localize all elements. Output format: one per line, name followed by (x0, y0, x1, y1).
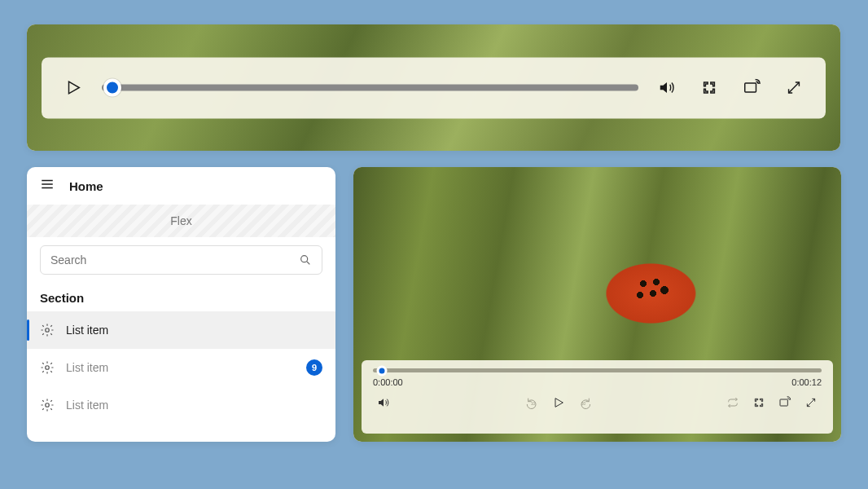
video-play-button[interactable] (548, 392, 569, 413)
skip-back-button[interactable]: 10 (522, 392, 543, 413)
loop-button[interactable] (722, 392, 743, 413)
time-row: 0:00:00 0:00:12 (373, 377, 822, 387)
volume-icon (377, 396, 390, 409)
current-time: 0:00:00 (373, 377, 403, 387)
search-wrap (27, 237, 335, 283)
video-seek-thumb[interactable] (377, 365, 388, 376)
video-cast-button[interactable] (774, 392, 796, 413)
flex-placeholder: Flex (27, 205, 335, 237)
compact-overlay-icon (752, 396, 765, 409)
volume-button[interactable] (653, 74, 681, 102)
nav-item-2[interactable]: List item (27, 386, 335, 424)
svg-text:30: 30 (581, 402, 586, 406)
svg-point-8 (46, 403, 50, 408)
play-icon (64, 79, 82, 97)
gear-icon (40, 323, 55, 337)
search-field[interactable] (40, 245, 322, 275)
nav-item-label: List item (66, 361, 295, 374)
skip-forward-button[interactable]: 30 (574, 392, 595, 413)
cast-button[interactable] (738, 74, 765, 102)
svg-line-5 (307, 262, 309, 264)
video-volume-button[interactable] (373, 392, 394, 413)
skip-back-icon: 10 (526, 396, 539, 409)
nav-item-badge: 9 (306, 359, 322, 376)
fullscreen-icon (785, 79, 803, 97)
video-fullscreen-button[interactable] (800, 392, 822, 413)
video-seek-slider[interactable] (373, 368, 822, 372)
play-icon (552, 396, 565, 409)
hamburger-button[interactable] (40, 177, 55, 195)
section-header: Section (27, 283, 335, 311)
hamburger-icon (40, 177, 55, 192)
seek-thumb[interactable] (103, 79, 121, 97)
svg-rect-11 (780, 399, 787, 406)
nav-item-label: List item (66, 324, 322, 337)
nav-item-1[interactable]: List item 9 (27, 349, 335, 386)
play-button[interactable] (59, 74, 87, 102)
compact-overlay-button[interactable] (695, 74, 723, 102)
top-media-player (27, 24, 840, 151)
search-input[interactable] (50, 253, 292, 267)
video-compact-overlay-button[interactable] (748, 392, 769, 413)
gear-icon (40, 398, 55, 412)
video-controls: 0:00:00 0:00:12 10 30 (362, 360, 833, 434)
skip-forward-icon: 30 (578, 396, 591, 409)
loop-icon (726, 396, 739, 409)
cast-icon (743, 79, 761, 97)
svg-point-4 (301, 256, 308, 262)
fullscreen-button[interactable] (780, 74, 808, 102)
nav-item-label: List item (66, 399, 322, 412)
nav-title: Home (69, 179, 103, 193)
top-player-controls (42, 57, 826, 118)
nav-header: Home (27, 167, 335, 205)
svg-point-6 (46, 328, 50, 333)
video-player: 0:00:00 0:00:12 10 30 (353, 167, 841, 442)
search-icon (299, 253, 312, 267)
navigation-panel: Home Flex Section List item List item 9 … (27, 167, 335, 442)
seek-slider[interactable] (102, 85, 638, 91)
fullscreen-icon (804, 396, 818, 409)
svg-rect-0 (745, 83, 756, 92)
gear-icon (40, 360, 55, 375)
duration: 0:00:12 (791, 377, 822, 387)
svg-text:10: 10 (531, 402, 536, 406)
compact-overlay-icon (700, 79, 718, 97)
volume-icon (658, 79, 676, 97)
svg-point-7 (46, 366, 50, 370)
nav-item-0[interactable]: List item (27, 311, 335, 349)
cast-icon (778, 396, 791, 409)
